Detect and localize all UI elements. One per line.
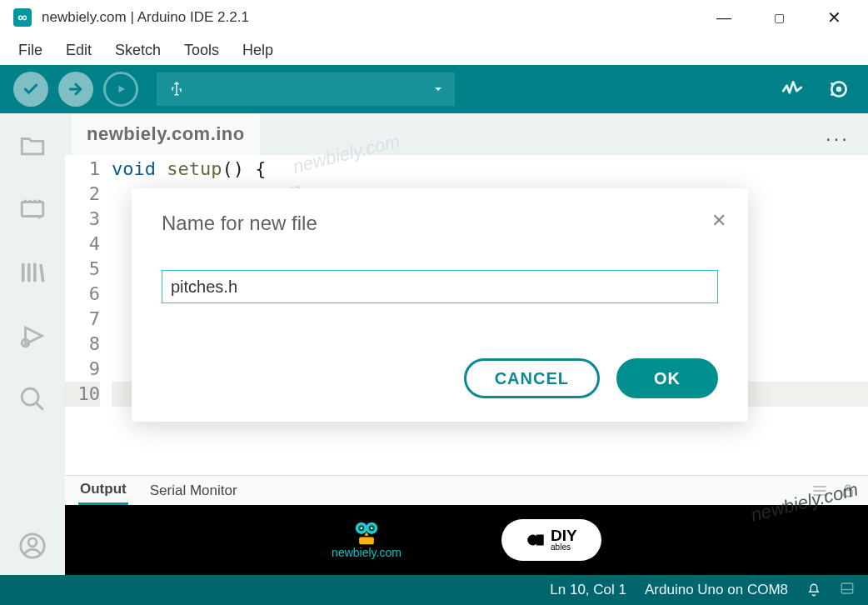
sidebar: [0, 113, 65, 575]
status-cursor-position: Ln 10, Col 1: [550, 582, 626, 598]
dialog-close-button[interactable]: ✕: [711, 210, 726, 232]
board-selector[interactable]: [157, 72, 455, 106]
tab-sketch[interactable]: newbiely.com.ino: [72, 113, 260, 155]
bottom-panel-actions: [811, 482, 856, 499]
window-controls: — ▢ ✕: [713, 0, 865, 35]
menu-tools[interactable]: Tools: [176, 38, 227, 62]
upload-button[interactable]: [58, 72, 93, 107]
sidebar-account[interactable]: [18, 532, 47, 560]
status-board[interactable]: Arduino Uno on COM8: [645, 582, 788, 598]
account-icon: [18, 532, 47, 560]
filename-input[interactable]: [162, 270, 718, 303]
menu-file[interactable]: File: [10, 38, 51, 62]
tab-serial-monitor[interactable]: Serial Monitor: [148, 478, 239, 504]
svg-rect-18: [841, 583, 853, 593]
maximize-button[interactable]: ▢: [768, 11, 790, 24]
tab-output[interactable]: Output: [78, 476, 128, 505]
svg-point-6: [28, 538, 37, 547]
svg-point-4: [22, 388, 38, 405]
svg-point-14: [371, 528, 373, 530]
output-console: newbiely.com DIY ables: [65, 505, 868, 575]
svg-rect-17: [536, 535, 544, 546]
svg-point-13: [361, 528, 363, 530]
toolbar-right: [781, 78, 850, 100]
diy-logo-icon: [526, 529, 547, 551]
verify-button[interactable]: [13, 72, 48, 107]
menu-sketch[interactable]: Sketch: [107, 38, 169, 62]
menu-edit[interactable]: Edit: [57, 38, 100, 62]
new-file-dialog: Name for new file ✕ CANCEL OK: [132, 188, 748, 422]
svg-rect-2: [22, 202, 43, 217]
close-button[interactable]: ✕: [823, 8, 845, 28]
titlebar: newbiely.com | Arduino IDE 2.2.1 — ▢ ✕: [0, 0, 868, 35]
sidebar-search[interactable]: [18, 385, 47, 413]
tab-overflow-button[interactable]: ...: [826, 122, 850, 146]
menu-help[interactable]: Help: [234, 38, 282, 62]
svg-rect-15: [359, 537, 374, 544]
play-bug-icon: [112, 81, 129, 98]
arduino-logo-icon: [13, 8, 32, 27]
diyables-brand: DIY ables: [501, 519, 601, 561]
debug-play-icon: [18, 322, 47, 350]
sidebar-debug[interactable]: [18, 322, 47, 350]
arrow-right-icon: [67, 81, 84, 98]
newbiely-brand: newbiely.com: [332, 521, 402, 559]
menubar: File Edit Sketch Tools Help: [0, 35, 868, 65]
sidebar-boards[interactable]: [18, 195, 47, 223]
svg-point-1: [836, 87, 842, 92]
notification-bell-icon[interactable]: [806, 582, 821, 598]
ok-button[interactable]: OK: [616, 358, 718, 398]
lines-icon[interactable]: [811, 482, 828, 499]
books-icon: [18, 258, 47, 287]
usb-icon: [168, 81, 185, 98]
sidebar-library[interactable]: [18, 258, 47, 287]
minimize-button[interactable]: —: [713, 9, 735, 27]
svg-point-7: [824, 493, 826, 496]
window-title: newbiely.com | Arduino IDE 2.2.1: [42, 9, 249, 26]
serial-monitor-icon[interactable]: [828, 78, 850, 100]
serial-plotter-icon[interactable]: [781, 78, 803, 100]
toolbar: [0, 65, 868, 113]
owl-icon: [352, 521, 382, 546]
folder-icon: [18, 132, 47, 160]
bottom-panel-tabs: Output Serial Monitor: [65, 475, 868, 505]
diy-label: DIY: [551, 528, 577, 542]
tabstrip: newbiely.com.ino ...: [65, 113, 868, 155]
lock-icon[interactable]: [840, 482, 856, 499]
sidebar-sketchbook[interactable]: [18, 132, 47, 160]
svg-rect-8: [844, 490, 852, 497]
debug-run-button[interactable]: [103, 72, 138, 107]
status-close-panel-icon[interactable]: [840, 581, 855, 600]
chevron-down-icon: [433, 84, 443, 94]
newbiely-label: newbiely.com: [332, 546, 402, 559]
check-icon: [22, 81, 39, 98]
board-icon: [18, 195, 47, 223]
cancel-button[interactable]: CANCEL: [464, 358, 600, 398]
statusbar: Ln 10, Col 1 Arduino Uno on COM8: [0, 575, 868, 605]
search-icon: [18, 385, 47, 413]
dialog-title: Name for new file: [162, 212, 718, 235]
dialog-buttons: CANCEL OK: [464, 358, 718, 398]
